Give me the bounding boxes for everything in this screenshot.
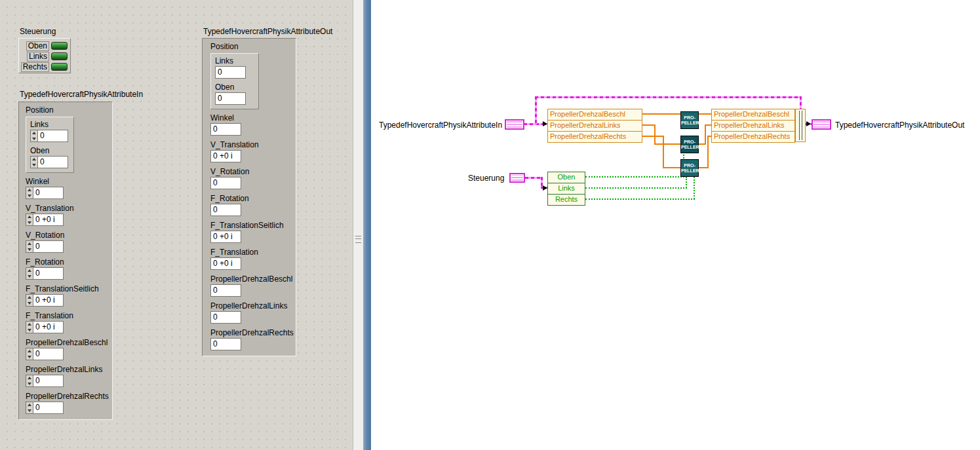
steuerung-terminal-label: Steuerung [468,174,504,183]
numeric-control: 0 +0 i [26,321,112,333]
numeric-input[interactable]: 0 [37,130,68,142]
boolean-row: Links [19,51,70,62]
front-panel-scrollbar[interactable] [353,0,363,450]
spinner[interactable] [30,156,37,168]
decrement-icon[interactable] [26,408,33,414]
steuerung-terminal[interactable] [509,173,525,183]
field-label: Winkel [26,177,112,187]
spinner[interactable] [26,187,33,199]
spinner[interactable] [30,130,37,142]
bundle-row[interactable]: PropellerDrehzalRechts [712,131,794,142]
propeller-subvi-icon[interactable]: PRO- PELLER [680,111,699,129]
unbundle-row[interactable]: Rechts [548,194,585,205]
numeric-input[interactable]: 0 +0 i [33,294,64,307]
numeric-input[interactable]: 0 [33,402,64,414]
led-oben[interactable] [51,42,68,50]
increment-icon[interactable] [31,157,37,162]
field-label: Oben [215,83,254,92]
increment-icon[interactable] [26,187,33,193]
decrement-icon[interactable] [26,274,33,280]
numeric-value: 0 [210,123,241,136]
numeric-input[interactable]: 0 [33,240,64,253]
field-label: PropellerDrehzalRechts [210,328,296,338]
numeric-input[interactable]: 0 [33,187,64,199]
boolean-label: Rechts [21,62,49,72]
cluster-in: Position Links 0 Oben 0 Winkel 0 V_Trans… [18,102,113,420]
decrement-icon[interactable] [26,193,33,199]
field-label: PropellerDrehzalBeschl [26,338,112,348]
bundle-output-column[interactable] [795,109,806,142]
led-links[interactable] [51,52,68,60]
numeric-input[interactable]: 0 [33,267,64,280]
splitter-grip-icon[interactable] [355,236,361,243]
spinner[interactable] [26,214,33,226]
increment-icon[interactable] [26,241,33,247]
numeric-indicator: 0 [210,311,296,324]
increment-icon[interactable] [26,402,33,408]
numeric-input[interactable]: 0 [33,348,64,360]
spinner[interactable] [26,402,33,414]
numeric-input[interactable]: 0 [33,375,64,387]
numeric-control: 0 [26,240,112,253]
unbundle-row[interactable]: Oben [548,172,585,183]
window-frame-edge [363,0,371,450]
cluster-in-label: TypedefHovercraftPhysikAttributeIn [20,90,143,99]
spinner[interactable] [26,348,33,360]
spinner[interactable] [26,240,33,253]
cluster-out-terminal[interactable] [812,119,831,130]
cluster-in-terminal[interactable] [505,119,524,130]
numeric-wire-segment [663,167,680,168]
output-terminal-label: TypedefHovercraftPhysikAttributeOut [835,121,964,130]
propeller-subvi-icon[interactable]: PRO- PELLER [680,136,699,153]
decrement-icon[interactable] [26,381,33,387]
position-cluster: Links 0 Oben 0 [210,53,259,109]
decrement-icon[interactable] [26,354,33,360]
numeric-indicator: 0 +0 i [210,257,296,270]
unbundle-row[interactable]: PropellerDrehzalLinks [548,120,642,131]
numeric-indicator: 0 [210,177,296,189]
numeric-control: 0 [30,156,69,168]
propeller-subvi-icon[interactable]: PRO- PELLER [680,159,699,177]
steuerung-unbundle-node[interactable]: Oben Links Rechts [547,172,585,206]
numeric-wire-segment [642,124,656,126]
decrement-icon[interactable] [31,162,37,168]
decrement-icon[interactable] [26,220,33,226]
spinner[interactable] [26,321,33,333]
spinner[interactable] [26,267,33,280]
numeric-input[interactable]: 0 +0 i [33,321,64,333]
subvi-text: PELLER [681,168,698,174]
numeric-input[interactable]: 0 +0 i [33,214,64,226]
cluster-wire-segment [535,96,537,124]
decrement-icon[interactable] [26,301,33,307]
field-label: F_Rotation [26,257,112,267]
bundle-row[interactable]: PropellerDrehzalBeschl [712,109,794,120]
numeric-value: 0 [215,92,246,105]
increment-icon[interactable] [26,322,33,328]
unbundle-row[interactable]: PropellerDrehzalBeschl [548,109,642,120]
spinner[interactable] [26,375,33,387]
increment-icon[interactable] [31,130,37,136]
increment-icon[interactable] [26,268,33,274]
numeric-input[interactable]: 0 [37,156,68,168]
numeric-indicator: 0 [210,284,296,297]
increment-icon[interactable] [26,348,33,354]
bundle-by-name-node[interactable]: PropellerDrehzalBeschl PropellerDrehzalL… [711,109,795,143]
numeric-control: 0 [26,402,112,414]
field-label: V_Translation [210,140,296,150]
increment-icon[interactable] [26,214,33,220]
decrement-icon[interactable] [26,247,33,253]
unbundle-row[interactable]: Links [548,183,585,194]
input-terminal-label: TypedefHovercraftPhysikAttributeIn [379,121,502,130]
unbundle-row[interactable]: PropellerDrehzalRechts [548,131,642,142]
bundle-row[interactable]: PropellerDrehzalLinks [712,120,794,131]
cluster-wire-segment [800,96,802,110]
decrement-icon[interactable] [31,136,37,142]
increment-icon[interactable] [26,295,33,301]
led-rechts[interactable] [51,63,68,71]
numeric-wire-segment [705,124,711,126]
decrement-icon[interactable] [26,328,33,333]
unbundle-by-name-node[interactable]: PropellerDrehzalBeschl PropellerDrehzalL… [547,109,642,143]
field-label: F_Rotation [210,194,296,204]
spinner[interactable] [26,294,33,307]
increment-icon[interactable] [26,375,33,381]
